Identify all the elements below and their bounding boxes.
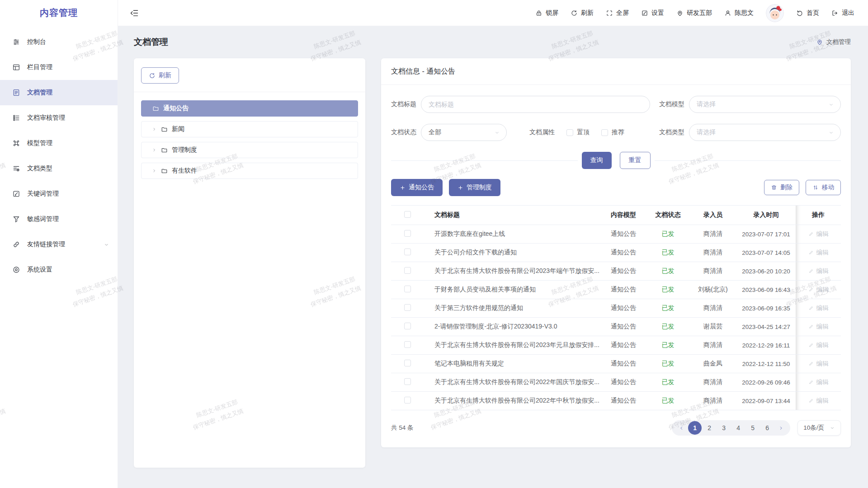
- add-buttons: 通知公告 管理制度: [391, 179, 500, 196]
- tree-refresh-button[interactable]: 刷新: [141, 67, 179, 84]
- pencil-icon: [808, 231, 814, 237]
- edit-button[interactable]: 编辑: [808, 341, 829, 349]
- pagination-page-3[interactable]: 3: [717, 421, 731, 435]
- pagination-page-6[interactable]: 6: [760, 421, 774, 435]
- pencil-icon: [808, 324, 814, 329]
- row-checkbox[interactable]: [404, 304, 411, 311]
- edit-button[interactable]: 编辑: [808, 397, 829, 405]
- top-checkbox[interactable]: [566, 129, 573, 136]
- doc-type-select[interactable]: 请选择: [689, 124, 841, 141]
- sidebar-item-friend-links[interactable]: 友情链接管理: [0, 232, 118, 257]
- row-checkbox[interactable]: [404, 378, 411, 385]
- doc-title-cell: 关于北京有生博大软件股份有限公司2023年端午节放假安...: [424, 262, 600, 281]
- header-department-button[interactable]: 研发五部: [676, 9, 712, 17]
- tree-node-news[interactable]: 新闻: [141, 121, 358, 137]
- move-button[interactable]: 移动: [806, 180, 841, 195]
- pencil-icon: [808, 249, 814, 255]
- sidebar-item-documents[interactable]: 文档管理: [0, 80, 118, 105]
- edit-button[interactable]: 编辑: [808, 323, 829, 331]
- header-home-button[interactable]: 首页: [796, 9, 819, 17]
- pagination-page-4[interactable]: 4: [731, 421, 745, 435]
- tree-node-rules[interactable]: 管理制度: [141, 142, 358, 158]
- pagination-page-2[interactable]: 2: [703, 421, 716, 435]
- user-avatar[interactable]: [766, 4, 784, 22]
- sidebar-item-models[interactable]: 模型管理: [0, 131, 118, 156]
- chevron-right-icon: [151, 127, 157, 132]
- menu-fold-icon[interactable]: [130, 9, 139, 18]
- row-checkbox[interactable]: [404, 341, 411, 348]
- doc-title-input[interactable]: [421, 96, 650, 113]
- row-checkbox[interactable]: [404, 360, 411, 366]
- tree-node-software[interactable]: 有生软件: [141, 163, 358, 179]
- status-badge: 已发: [662, 397, 675, 404]
- edit-button[interactable]: 编辑: [808, 267, 829, 275]
- doc-status-cell: 已发: [646, 225, 689, 244]
- row-select-cell: [391, 392, 424, 410]
- pagination-next[interactable]: [775, 421, 787, 435]
- doc-model-select[interactable]: 请选择: [689, 96, 841, 113]
- recommend-checkbox-label: 推荐: [612, 128, 624, 136]
- chevron-down-icon: [104, 242, 109, 248]
- delete-button[interactable]: 删除: [764, 180, 799, 195]
- row-checkbox[interactable]: [404, 323, 411, 329]
- tree-node-notice[interactable]: 通知公告: [141, 100, 358, 117]
- doc-status-select[interactable]: 全部: [421, 124, 507, 141]
- sidebar-item-console[interactable]: 控制台: [0, 29, 118, 55]
- row-checkbox[interactable]: [404, 267, 411, 274]
- edit-button[interactable]: 编辑: [808, 360, 829, 368]
- sidebar-item-doc-audit[interactable]: 文档审核管理: [0, 105, 118, 131]
- row-checkbox[interactable]: [404, 286, 411, 292]
- operation-cell: 编辑: [796, 373, 841, 392]
- edit-button[interactable]: 编辑: [808, 304, 829, 312]
- sidebar-item-system-settings[interactable]: 系统设置: [0, 257, 118, 282]
- table-row: 关于公司介绍文件下载的通知通知公告已发商清清2023-07-07 14:05编辑: [391, 244, 841, 262]
- chevron-right-icon: [151, 147, 157, 153]
- header-logout-button[interactable]: 退出: [831, 9, 854, 17]
- edit-button[interactable]: 编辑: [808, 230, 829, 238]
- logout-icon: [831, 9, 839, 17]
- move-icon: [812, 184, 819, 191]
- total-count: 共 54 条: [391, 424, 414, 432]
- app-title: 内容管理: [0, 0, 118, 26]
- sidebar-item-sensitive-words[interactable]: 敏感词管理: [0, 206, 118, 232]
- reset-button-label: 重置: [629, 156, 642, 164]
- edit-button[interactable]: 编辑: [808, 378, 829, 386]
- header-settings-button[interactable]: 设置: [641, 9, 664, 17]
- header-user-button[interactable]: 陈思文: [724, 9, 754, 17]
- add-notice-button[interactable]: 通知公告: [391, 179, 443, 196]
- row-checkbox[interactable]: [404, 249, 411, 255]
- pencil-icon: [808, 305, 814, 311]
- recommend-checkbox[interactable]: [601, 129, 608, 136]
- add-rule-button[interactable]: 管理制度: [449, 179, 500, 196]
- header-lock-button[interactable]: 锁屏: [535, 9, 558, 17]
- doc-model-cell: 通知公告: [600, 336, 646, 355]
- select-all-checkbox[interactable]: [404, 211, 411, 218]
- pagination-page-1[interactable]: 1: [688, 421, 702, 435]
- sidebar-item-columns[interactable]: 栏目管理: [0, 55, 118, 80]
- header-fullscreen-button[interactable]: 全屏: [606, 9, 629, 17]
- edit-button[interactable]: 编辑: [808, 286, 829, 294]
- edit-label: 编辑: [816, 286, 829, 294]
- operation-cell: 编辑: [796, 336, 841, 355]
- pagination-page-5[interactable]: 5: [746, 421, 760, 435]
- edit-button[interactable]: 编辑: [808, 249, 829, 257]
- doc-status-cell: 已发: [646, 244, 689, 262]
- header-lock-label: 锁屏: [546, 9, 558, 17]
- lock-icon: [535, 9, 542, 17]
- row-checkbox[interactable]: [404, 230, 411, 237]
- doc-status-label: 文档状态: [391, 128, 416, 136]
- row-checkbox[interactable]: [404, 397, 411, 404]
- doc-title-cell: 2-请销假管理制度-北京-修订20230419-V3.0: [424, 318, 600, 336]
- header-department-label: 研发五部: [687, 9, 712, 17]
- operation-cell: 编辑: [796, 281, 841, 299]
- page-size-select[interactable]: 10条/页: [797, 420, 841, 436]
- sidebar-item-keywords[interactable]: 关键词管理: [0, 181, 118, 206]
- reset-button[interactable]: 重置: [620, 152, 651, 169]
- search-button[interactable]: 查询: [582, 152, 612, 169]
- panel-title: 文档信息 - 通知公告: [391, 58, 841, 84]
- header-refresh-button[interactable]: 刷新: [571, 9, 594, 17]
- pagination-prev[interactable]: [675, 421, 687, 435]
- sidebar-item-doc-types[interactable]: 文档类型: [0, 156, 118, 181]
- table-row: 关于北京有生博大软件股份有限公司2022年中秋节放假安...通知公告已发商清清2…: [391, 392, 841, 410]
- filter-row-2: 文档状态 全部 文档属性 置顶: [391, 124, 841, 141]
